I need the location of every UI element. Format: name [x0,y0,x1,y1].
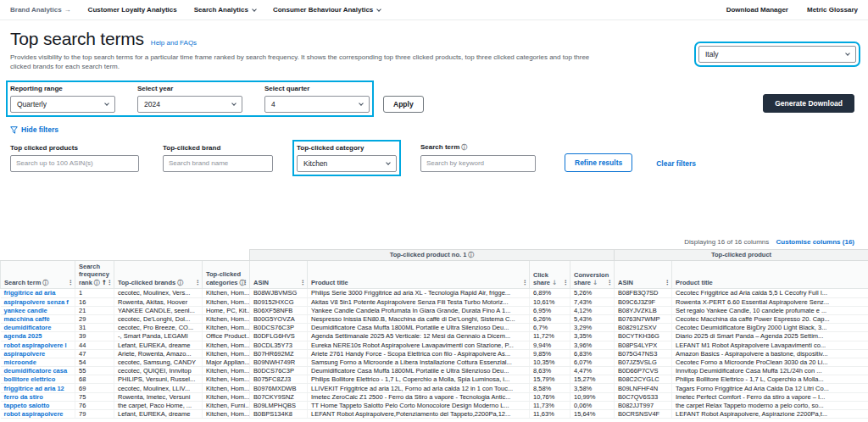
top-clicked-category-field: Top-clicked category Kitchen [297,144,397,172]
cell-top-clicked-categories: Kitchen, Hom... [203,349,250,358]
table-row: aspirapolvere senza f 16 Rowenta, Akitas… [1,297,868,306]
nav-search-analytics[interactable]: Search Analytics [194,6,256,14]
search-term-link[interactable]: microonde [4,358,36,366]
cell-search-term: tappeto salotto [1,401,75,409]
cell-asin-2: B08291ZSXV [615,324,672,332]
top-clicked-category-select[interactable]: Kitchen [297,155,397,172]
info-icon[interactable]: ⓘ [42,280,48,286]
top-clicked-products-input[interactable] [10,155,139,172]
column-header-asin-2[interactable]: ASIN⋮ [615,260,672,289]
search-term-link[interactable]: aspirapolvere [4,350,46,358]
cell-asin-2: B075G47NS3 [615,349,672,358]
cell-asin-1: B0DFLG6HVS [250,332,308,341]
cell-product-title-1: Nespresso Inissia EN80.B, Macchina da ca… [308,314,530,323]
customise-columns-link[interactable]: Customise columns (16) [776,238,854,246]
column-header-top-clicked-categories[interactable]: Top-clicked categoriesⓘ⋮ [203,260,250,289]
search-term-link[interactable]: deumidificatore casa [4,367,68,375]
cell-conversion-share: 3,29% [570,324,615,332]
cell-click-share: 6,89% [530,289,570,297]
refine-results-button[interactable]: Refine results [565,153,632,172]
generate-download-button[interactable]: Generate Download [763,94,854,113]
chevron-down-icon [386,160,391,165]
cell-search-frequency-rank: 69 [75,384,114,392]
cell-top-clicked-categories: Kitchen, Hom... [203,384,250,392]
breadcrumb[interactable]: Brand Analytics→ [10,6,71,14]
kebab-menu-icon[interactable]: ⋮ [563,279,570,286]
reporting-range-select[interactable]: Quarterly [10,96,115,113]
search-term-link[interactable]: bollitore elettrico [4,375,56,383]
search-term-link[interactable]: agenda 2025 [4,332,42,340]
column-header-click-share[interactable]: Click share↓⋮ [530,260,570,289]
kebab-menu-icon[interactable]: ⋮ [107,279,114,286]
cell-asin-1: B075FC8ZJ3 [250,375,308,384]
help-and-faqs-link[interactable]: Help and FAQs [151,39,197,47]
nav-customer-loyalty-analytics[interactable]: Customer Loyalty Analytics [88,6,177,14]
cell-product-title-1: Deumidificatore Casa Muffa 1800ML Portat… [308,367,530,375]
sort-descending-icon[interactable]: ↓ [552,279,557,286]
search-term-link[interactable]: robot aspirapolvere [4,410,64,418]
kebab-menu-icon[interactable]: ⋮ [522,279,529,286]
cell-top-clicked-brands: Lefant, EUREKA, dreame [114,410,203,419]
search-term-link[interactable]: robot aspirapolvere l [4,341,67,349]
select-quarter-select[interactable]: 4 [264,96,370,113]
column-header-search-term[interactable]: Search termⓘ⋮ [1,260,75,289]
cell-conversion-share: 15,64% [570,410,615,419]
search-term-field: Search termⓘ [420,143,536,172]
column-header-top-clicked-brands[interactable]: Top-clicked brandsⓘ⋮ [114,260,203,289]
cell-search-frequency-rank: 29 [75,314,114,323]
select-year-select[interactable]: 2024 [137,96,242,113]
search-term-link[interactable]: aspirapolvere senza f [4,298,69,306]
kebab-menu-icon[interactable]: ⋮ [607,279,614,286]
column-header-product-title-2[interactable]: Product title [672,260,868,289]
country-select-value: Italy [705,50,719,58]
cell-conversion-share: 6,83% [570,349,615,358]
cell-product-title-1: Eureka NERE10s Robot Aspirapolvere Lavap… [308,341,530,349]
cell-top-clicked-brands: the carpet, Paco Home, ... [114,401,203,409]
cell-product-title-2: Cecotec Forno a Microonde ProClean 3030 … [672,358,868,366]
kebab-menu-icon[interactable]: ⋮ [665,279,671,286]
top-clicked-brand-input[interactable] [163,155,273,172]
kebab-menu-icon[interactable]: ⋮ [195,279,202,286]
download-manager-link[interactable]: Download Manager [726,6,788,14]
clear-filters-link[interactable]: Clear filters [656,159,696,168]
column-header-conversion-share[interactable]: Conversion share↓⋮ [570,260,615,289]
search-term-link[interactable]: ferro da stiro [4,393,43,401]
cell-top-clicked-categories: Home, PC, Kit... [203,306,250,314]
search-term-link[interactable]: tappeto salotto [4,402,50,409]
search-term-link[interactable]: yankee candle [4,307,47,314]
cell-asin-1: B00G5YOVZA [250,314,308,323]
cell-search-frequency-rank: 1 [75,289,114,297]
apply-button[interactable]: Apply [383,96,424,113]
info-icon[interactable]: ⓘ [94,280,100,286]
cell-click-share: 11,73% [530,401,570,409]
cell-search-frequency-rank: 21 [75,306,114,314]
kebab-menu-icon[interactable]: ⋮ [300,279,307,286]
breadcrumb-root[interactable]: Brand Analytics [10,6,62,14]
column-header-product-title-1[interactable]: Product title⋮ [308,260,530,289]
nav-consumer-behaviour-analytics[interactable]: Consumer Behaviour Analytics [273,6,381,14]
reporting-range-label: Reporting range [10,85,115,92]
search-term-link[interactable]: deumidificatore [4,324,52,331]
search-term-link[interactable]: friggitrice ad aria [4,289,56,297]
info-icon[interactable]: ⓘ [177,280,183,286]
kebab-menu-icon[interactable]: ⋮ [68,279,75,286]
search-term-link[interactable]: macchina caffè [4,315,50,323]
info-icon[interactable]: ⓘ [461,144,467,151]
table-row: friggitrice ad aria 12 69 cecotec, Mouli… [1,384,868,392]
cell-conversion-share: 3,58% [570,384,615,392]
cell-asin-2: B09C6J3Z9F [615,297,672,306]
sort-descending-icon[interactable]: ↓ [593,279,598,286]
cell-click-share: 10,61% [530,297,570,306]
search-term-link[interactable]: friggitrice ad aria 12 [4,385,64,392]
country-select[interactable]: Italy [698,46,856,63]
kebab-menu-icon[interactable]: ⋮ [242,279,249,286]
column-header-search-frequency-rank[interactable]: Search frequency rankⓘ↑⋮ [75,260,114,289]
cell-search-frequency-rank: 16 [75,297,114,306]
table-row: tappeto salotto 76 the carpet, Paco Home… [1,401,868,409]
metric-glossary-link[interactable]: Metric Glossary [807,6,858,14]
cell-product-title-2: Rowenta X-PERT 6.60 Essential Aspirapolv… [672,297,868,306]
hide-filters-toggle[interactable]: Hide filters [10,125,58,134]
column-header-asin-1[interactable]: ASIN⋮ [250,260,308,289]
info-icon[interactable]: ⓘ [468,252,474,258]
search-term-input[interactable] [420,155,536,172]
